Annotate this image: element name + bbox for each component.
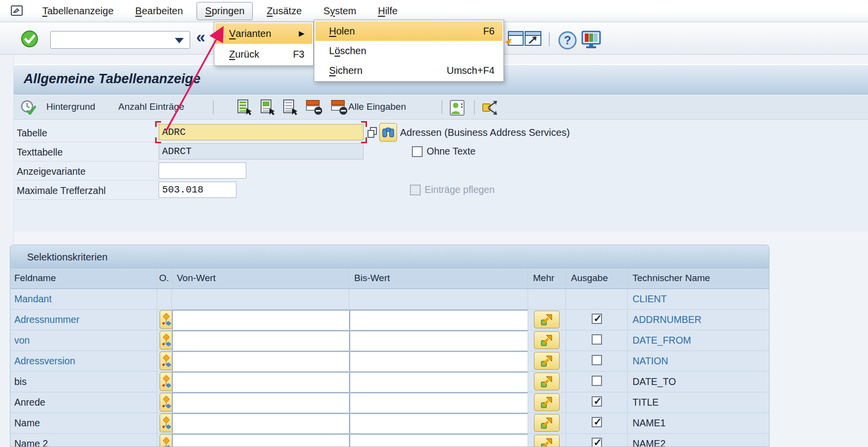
selection-option-cell[interactable] [157, 392, 172, 413]
ausgabe-cell[interactable] [566, 372, 628, 392]
ausgabe-cell[interactable] [566, 330, 628, 351]
menu-item-zur-ck[interactable]: ZurückF3 [215, 44, 312, 64]
help-icon[interactable]: ? [558, 31, 577, 50]
von-wert-input[interactable] [172, 372, 349, 392]
ausgabe-checkbox[interactable]: ✓ [592, 314, 602, 324]
selection-options-button[interactable] [160, 331, 172, 350]
delete-selection-icon[interactable] [305, 99, 323, 115]
multiple-selection-button[interactable] [534, 352, 560, 370]
menu-hilfe[interactable]: Hilfe [370, 2, 405, 20]
multiple-selection-button[interactable] [534, 311, 560, 328]
anzahl-eintraege-button[interactable]: Anzahl Einträge [118, 101, 184, 112]
selection-options-button[interactable] [160, 310, 172, 329]
mehr-cell[interactable] [528, 434, 566, 447]
selection-option-cell[interactable] [157, 434, 172, 447]
selection-option-cell[interactable] [157, 289, 172, 309]
field-name-link[interactable]: Mandant [10, 289, 157, 309]
mehr-cell[interactable] [528, 330, 566, 351]
anzeigevariante-input[interactable] [159, 162, 246, 179]
field-name-link[interactable]: Adressversion [10, 351, 157, 371]
mehr-cell[interactable] [528, 413, 566, 433]
mehr-cell[interactable] [528, 310, 566, 330]
command-field[interactable] [50, 31, 190, 49]
ausgabe-cell[interactable]: ✓ [566, 434, 628, 447]
field-name-link[interactable]: Adressnummer [10, 310, 157, 330]
multiple-selection-button[interactable] [534, 373, 560, 390]
von-wert-input[interactable] [172, 434, 349, 447]
menu-system[interactable]: System [316, 2, 365, 20]
mehr-cell[interactable] [528, 372, 566, 392]
new-session-window-icon[interactable] [503, 31, 524, 47]
ausgabe-checkbox[interactable] [592, 334, 602, 345]
von-wert-input[interactable] [172, 330, 349, 351]
mehr-cell[interactable] [528, 289, 566, 309]
ausgabe-checkbox[interactable]: ✓ [592, 396, 602, 407]
mehr-cell[interactable] [528, 351, 566, 371]
select-all-icon[interactable] [236, 99, 252, 115]
ausgabe-checkbox[interactable]: ✓ [592, 438, 602, 447]
command-dropdown-arrow-icon[interactable] [175, 38, 184, 43]
copy-field-icon[interactable] [367, 126, 378, 139]
bis-wert-input[interactable] [349, 289, 528, 309]
enter-check-icon[interactable] [21, 30, 38, 48]
menu-zus-tze[interactable]: Zusätze [259, 2, 309, 20]
tabelle-input[interactable]: ADRC [159, 124, 364, 140]
bis-wert-input[interactable] [349, 434, 528, 447]
alle-eingaben-button[interactable]: Alle Eingaben [348, 101, 406, 112]
sap-screen-icon[interactable] [11, 5, 25, 17]
bis-wert-input[interactable] [349, 372, 528, 392]
hintergrund-button[interactable]: Hintergrund [46, 101, 95, 112]
ausgabe-checkbox[interactable] [592, 376, 602, 386]
ausgabe-checkbox[interactable]: ✓ [592, 417, 602, 427]
ausgabe-cell[interactable] [566, 351, 628, 371]
deselect-all-icon[interactable] [282, 99, 298, 115]
execute-clock-icon[interactable] [20, 99, 36, 116]
select-block-icon[interactable] [260, 99, 275, 115]
field-name-link[interactable]: Anrede [10, 392, 157, 413]
find-table-button[interactable] [379, 123, 397, 142]
von-wert-input[interactable] [172, 392, 349, 413]
ausgabe-cell[interactable]: ✓ [566, 392, 628, 413]
selection-option-cell[interactable] [157, 372, 172, 392]
customize-layout-monitor-icon[interactable] [581, 31, 601, 49]
selection-option-cell[interactable] [157, 351, 172, 371]
menu-bearbeiten[interactable]: Bearbeiten [128, 2, 191, 20]
selection-options-button[interactable] [160, 434, 172, 447]
field-name-link[interactable]: Name [10, 413, 157, 433]
delete-all-selections-icon[interactable] [331, 99, 348, 115]
menu-item-sichern[interactable]: SichernUmsch+F4 [315, 61, 502, 80]
multiple-selection-button[interactable] [534, 331, 560, 349]
menu-item-l-schen[interactable]: Löschen [315, 41, 502, 61]
field-name-link[interactable]: Name 2 [10, 434, 157, 447]
menu-tabellenanzeige[interactable]: Tabellenanzeige [34, 2, 122, 20]
von-wert-input[interactable] [172, 413, 349, 433]
von-wert-input[interactable] [172, 351, 349, 371]
user-parameters-icon[interactable] [449, 99, 466, 116]
von-wert-input[interactable] [172, 289, 349, 309]
von-wert-input[interactable] [172, 310, 349, 330]
multiple-selection-button[interactable] [534, 435, 560, 447]
bis-wert-input[interactable] [349, 413, 528, 433]
selection-option-cell[interactable] [157, 330, 172, 351]
selection-options-button[interactable] [160, 414, 172, 432]
bis-wert-input[interactable] [349, 330, 528, 351]
ausgabe-checkbox[interactable] [592, 355, 602, 365]
menu-item-holen[interactable]: HolenF6 [315, 21, 502, 41]
selection-options-button[interactable] [160, 372, 172, 391]
menu-springen[interactable]: Springen [197, 2, 253, 20]
distribute-arrows-icon[interactable] [482, 99, 501, 116]
ausgabe-cell[interactable]: ✓ [566, 310, 628, 330]
ausgabe-cell[interactable] [566, 289, 628, 309]
selection-option-cell[interactable] [157, 310, 172, 330]
selection-options-button[interactable] [160, 351, 172, 370]
ohne-texte-checkbox[interactable] [412, 146, 423, 157]
field-name-link[interactable]: bis [10, 372, 157, 392]
bis-wert-input[interactable] [349, 351, 528, 371]
selection-options-button[interactable] [160, 393, 172, 412]
create-shortcut-window-icon[interactable] [524, 31, 542, 47]
multiple-selection-button[interactable] [534, 414, 560, 432]
multiple-selection-button[interactable] [534, 393, 560, 411]
mehr-cell[interactable] [528, 392, 566, 413]
ausgabe-cell[interactable]: ✓ [566, 413, 628, 433]
selection-option-cell[interactable] [157, 413, 172, 433]
